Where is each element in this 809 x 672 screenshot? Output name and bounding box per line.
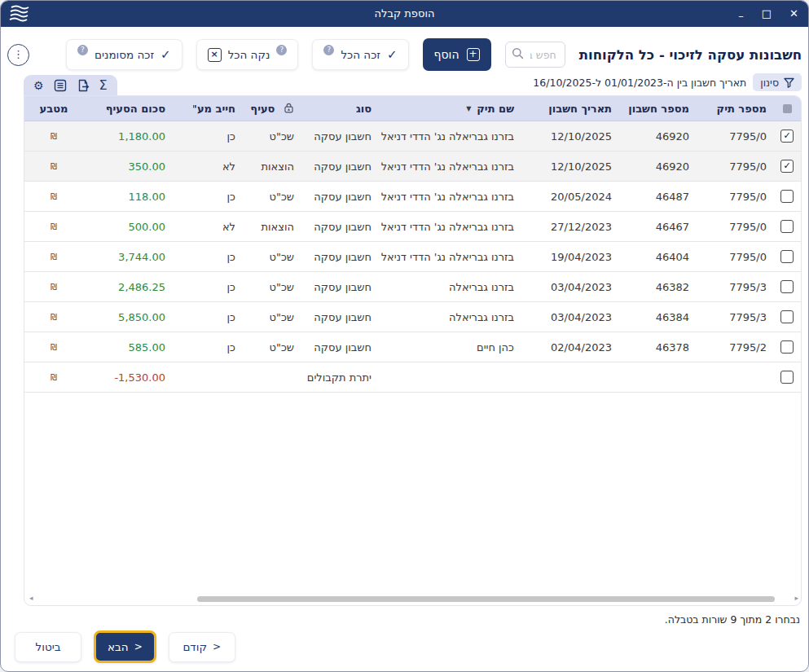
cell-date: 19/04/2023 (521, 251, 618, 263)
title-bar: הוספת קבלה – □ ✕ (1, 1, 808, 27)
cell-type: חשבון עסקה (301, 281, 378, 293)
add-button[interactable]: + הוסף (423, 38, 491, 71)
row-checkbox[interactable] (780, 190, 794, 203)
row-checkbox[interactable] (780, 310, 794, 323)
cell-section: שכ"ט (242, 130, 301, 143)
cell-amount: 500.00 (82, 221, 193, 233)
cell-case-name: בזרנו גבריאלה (378, 311, 521, 323)
cell-vat: כן (193, 130, 242, 143)
cell-currency: ₪ (25, 222, 82, 231)
cell-date: 03/04/2023 (521, 311, 618, 323)
table-row[interactable]: ✓ 7795/0 46920 12/10/2025 בזרנו גבריאלה … (24, 152, 801, 182)
header-vat[interactable]: חייב מע"מ (193, 102, 242, 115)
select-all-checkbox[interactable] (783, 104, 792, 113)
cell-account-no: 46467 (618, 221, 696, 233)
dialog-window: הוספת קבלה – □ ✕ חשבונות עסקה לזיכוי - כ… (0, 0, 809, 672)
cell-account-no: 46487 (618, 191, 696, 203)
next-chevron-icon: > (134, 641, 143, 652)
help-icon[interactable]: ? (276, 45, 287, 55)
sort-descending-icon[interactable]: ▼ (466, 105, 471, 112)
table-row[interactable]: 7795/3 46384 03/04/2023 בזרנו גבריאלה חש… (24, 302, 801, 332)
table-row[interactable]: 7795/0 46404 19/04/2023 בזרנו גבריאלה נג… (24, 242, 801, 272)
cell-case-name: בזרנו גבריאלה (378, 281, 521, 293)
cancel-button[interactable]: ביטול (15, 632, 81, 662)
credit-marked-label: זכה מסומנים (95, 48, 154, 61)
cell-case-no: 7795/0 (696, 130, 773, 143)
row-checkbox[interactable] (780, 340, 794, 354)
cell-case-no: 7795/2 (696, 341, 773, 354)
cell-amount: -1,530.00 (82, 371, 193, 384)
funnel-icon (784, 77, 794, 88)
close-button[interactable]: ✕ (789, 1, 798, 27)
column-list-icon[interactable] (54, 79, 67, 92)
more-options-icon[interactable]: ⋮ (7, 44, 29, 66)
check-icon: ✓ (387, 47, 398, 62)
clear-all-label: נקה הכל (228, 48, 270, 61)
cell-account-no: 46378 (618, 341, 696, 354)
clear-x-icon: × (208, 48, 222, 62)
settings-gear-icon[interactable]: ⚙ (33, 75, 44, 96)
header-section[interactable]: סעיף (242, 102, 301, 115)
table-row[interactable]: 7795/0 46487 20/05/2024 בזרנו גבריאלה נג… (24, 182, 801, 212)
horizontal-scrollbar[interactable]: ◂ ▸ (28, 595, 798, 603)
cell-section: שכ"ט (242, 311, 301, 323)
header-case-no[interactable]: מספר תיק (696, 102, 773, 115)
row-checkbox[interactable] (780, 220, 794, 233)
cell-section: שכ"ט (242, 191, 301, 203)
sum-sigma-icon[interactable]: Σ (99, 75, 108, 96)
minimize-button[interactable]: – (738, 3, 744, 29)
cell-date: 27/12/2023 (521, 221, 618, 233)
row-checkbox[interactable]: ✓ (780, 160, 794, 173)
header-type[interactable]: סוג (301, 102, 378, 115)
clear-all-button[interactable]: ? נקה הכל × (196, 39, 299, 70)
cell-currency: ₪ (25, 343, 82, 352)
row-checkbox[interactable] (780, 250, 794, 263)
previous-chevron-icon: > (213, 641, 221, 652)
select-all-header[interactable] (773, 104, 801, 113)
table-row[interactable]: 7795/2 46378 02/04/2023 כהן חיים חשבון ע… (24, 332, 801, 362)
filter-chip-label: סינון (760, 77, 779, 89)
cell-section: הוצאות (242, 160, 301, 173)
row-checkbox[interactable] (780, 371, 794, 384)
cell-case-name: בזרנו גבריאלה נג' הדדי דניאל (378, 130, 521, 143)
cell-case-no: 7795/0 (696, 251, 773, 263)
cell-date: 12/10/2025 (521, 130, 618, 143)
help-icon[interactable]: ? (323, 45, 334, 55)
cell-currency: ₪ (25, 283, 82, 292)
export-icon[interactable] (77, 79, 90, 92)
cell-vat: כן (193, 251, 242, 263)
help-icon[interactable]: ? (77, 45, 88, 55)
header-account-no[interactable]: מספר חשבון (618, 102, 696, 115)
credit-all-button[interactable]: ✓ זכה הכל ? (312, 39, 408, 70)
cell-case-name: בזרנו גבריאלה נג' הדדי דניאל (378, 191, 521, 203)
cell-vat: כן (193, 311, 242, 323)
cell-type: חשבון עסקה (301, 251, 378, 263)
filter-chip[interactable]: סינון (753, 73, 802, 91)
scroll-right-arrow-icon[interactable]: ▸ (794, 594, 798, 602)
row-checkbox[interactable]: ✓ (780, 130, 794, 143)
row-checkbox[interactable] (780, 280, 794, 293)
next-button[interactable]: הבא > (94, 630, 156, 663)
table-row[interactable]: יתרת תקבולים -1,530.00 ₪ (24, 362, 801, 393)
table-row[interactable]: 7795/3 46382 03/04/2023 בזרנו גבריאלה חש… (24, 272, 801, 302)
header-amount[interactable]: סכום הסעיף (82, 102, 193, 115)
header-currency[interactable]: מטבע (25, 102, 82, 115)
credit-marked-button[interactable]: ✓ זכה מסומנים ? (66, 39, 182, 70)
cell-type: חשבון עסקה (301, 221, 378, 233)
maximize-button[interactable]: □ (762, 1, 772, 27)
table-header: מספר תיק מספר חשבון תאריך חשבון שם תיק▼ … (24, 96, 801, 121)
cell-currency: ₪ (25, 373, 82, 382)
header-case-name[interactable]: שם תיק▼ (378, 102, 521, 115)
header-date[interactable]: תאריך חשבון (521, 102, 618, 115)
cell-amount: 3,744.00 (82, 251, 193, 263)
previous-button[interactable]: קודם > (169, 632, 235, 662)
search-box (505, 42, 565, 68)
table-row[interactable]: 7795/0 46467 27/12/2023 בזרנו גבריאלה נג… (24, 212, 801, 242)
table-row[interactable]: ✓ 7795/0 46920 12/10/2025 בזרנו גבריאלה … (24, 121, 801, 152)
scrollbar-thumb[interactable] (197, 596, 775, 602)
cell-case-no: 7795/3 (696, 281, 773, 293)
cell-type: חשבון עסקה (301, 160, 378, 173)
cell-case-no: 7795/3 (696, 311, 773, 323)
scroll-left-arrow-icon[interactable]: ◂ (29, 594, 33, 602)
cell-amount: 1,180.00 (82, 130, 193, 143)
